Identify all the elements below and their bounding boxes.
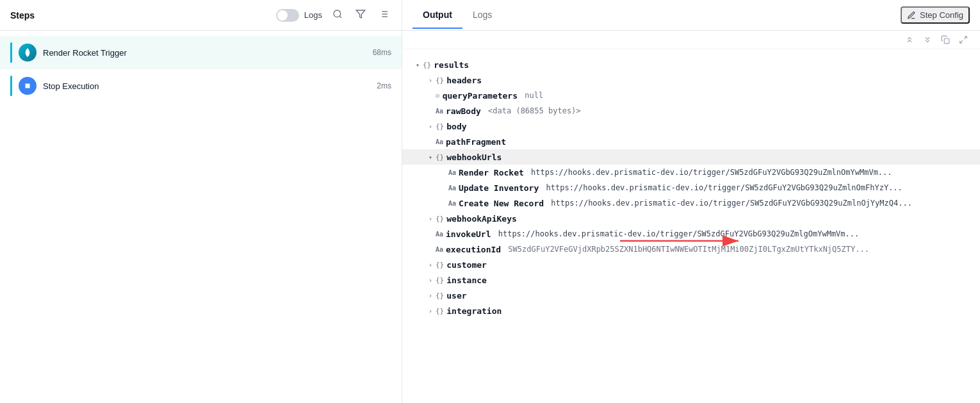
tree-value: https://hooks.dev.prismatic-dev.io/trigg… [527,168,892,177]
filter-icon[interactable] [353,6,368,24]
instance-key: instance [446,276,487,285]
svg-line-11 [960,40,963,43]
steps-list: Render Rocket Trigger 68ms Stop Executio… [0,31,402,108]
tree-key: executionId [446,245,501,254]
svg-line-10 [964,37,967,39]
copy-button[interactable] [939,33,952,46]
tree-key: invokeUrl [446,229,491,239]
obj-icon: {} [436,261,444,269]
tree-toggle[interactable]: › [425,213,436,224]
str-icon: Aa [448,200,456,207]
tree-row[interactable]: › {} instance [402,272,980,288]
step-active-indicator [10,76,12,96]
tree-value: https://hooks.dev.prismatic-dev.io/trigg… [541,183,902,192]
str-icon: Aa [448,169,456,176]
step-active-indicator [10,42,12,63]
obj-icon: {} [423,61,431,69]
obj-icon: {} [436,307,444,315]
svg-marker-1 [356,10,364,18]
output-area: ▾ {} results › {} headers › ⊘ queryParam… [402,49,980,403]
tree-toggle[interactable]: › [425,121,436,131]
tree-row[interactable]: › Aa Render Rocket https://hooks.dev.pri… [402,165,980,180]
toggle-container: Logs [276,9,322,22]
step-name: Stop Execution [43,81,370,91]
str-icon: Aa [436,246,443,253]
output-toolbar [402,31,980,49]
tree-row[interactable]: › {} customer [402,257,980,272]
right-panel: Output Logs Step Config [402,0,980,403]
json-tree: ▾ {} results › {} headers › ⊘ queryParam… [402,54,980,321]
tree-key: rawBody [446,106,481,116]
tree-key: headers [446,76,482,85]
tree-toggle[interactable]: ▾ [425,152,436,162]
tree-key: Create New Record [459,199,544,208]
svg-rect-8 [26,84,30,88]
sort-icon[interactable] [376,6,391,24]
tree-value: https://hooks.dev.prismatic-dev.io/trigg… [546,199,912,208]
str-icon: Aa [436,108,443,115]
tree-toggle[interactable]: › [425,275,436,285]
collapse-button[interactable] [903,33,916,46]
left-panel: Steps Logs [0,0,402,403]
obj-icon: {} [436,215,444,223]
tree-key: body [446,122,466,131]
tree-key: customer [446,260,487,270]
tree-key: user [446,291,466,300]
tree-toggle[interactable]: ▾ [412,60,423,70]
tree-toggle[interactable]: › [425,306,436,316]
tree-row[interactable]: › {} headers [402,72,980,88]
step-item[interactable]: Render Rocket Trigger 68ms [0,36,402,69]
tab-logs[interactable]: Logs [462,2,502,29]
obj-icon: {} [436,276,444,284]
step-time: 68ms [373,48,391,57]
expand-button[interactable] [921,33,934,46]
tree-row[interactable]: ▾ {} results [402,57,980,72]
steps-title: Steps [10,10,268,21]
tree-value: null [520,91,543,100]
header-actions: Step Config [901,6,970,24]
tree-row[interactable]: › Aa Create New Record https://hooks.dev… [402,195,980,211]
tree-row[interactable]: › Aa pathFragment [402,134,980,149]
tree-row[interactable]: › Aa Update Inventory https://hooks.dev.… [402,180,980,195]
step-config-label: Step Config [920,10,963,20]
tree-row[interactable]: › {} user [402,288,980,303]
tree-toggle[interactable]: › [425,75,436,85]
tree-row[interactable]: › ⊘ queryParameters null [402,88,980,103]
tree-row[interactable]: › {} body [402,119,980,134]
step-item[interactable]: Stop Execution 2ms [0,69,402,103]
obj-icon: {} [436,292,444,300]
svg-rect-9 [944,38,949,44]
logs-toggle-label: Logs [304,10,322,20]
red-arrow-indicator [620,231,748,252]
step-config-button[interactable]: Step Config [901,6,970,24]
tree-key: results [434,60,469,70]
tree-row[interactable]: › {} integration [402,303,980,318]
tree-row[interactable]: › Aa rawBody <data (86855 bytes)> [402,103,980,119]
tree-key: webhookUrls [446,152,502,162]
step-icon-stop [19,77,37,95]
right-header: Output Logs Step Config [402,0,980,31]
tree-key: integration [446,306,502,316]
webhook-urls-row[interactable]: ▾ {} webhookUrls [402,149,980,165]
tree-key: Update Inventory [459,183,539,193]
obj-icon: {} [436,122,444,131]
str-icon: Aa [448,185,456,192]
obj-icon: {} [436,76,444,85]
tree-toggle[interactable]: › [425,259,436,270]
search-icon[interactable] [330,6,345,24]
tree-key: Render Rocket [459,168,524,177]
tree-toggle[interactable]: › [425,290,436,300]
logs-toggle[interactable] [276,9,299,22]
tree-value: <data (86855 bytes)> [484,106,581,115]
str-icon: Aa [436,231,443,238]
tab-output[interactable]: Output [412,2,462,29]
obj-icon: {} [436,153,444,161]
tree-row[interactable]: › {} webhookApiKeys [402,211,980,226]
no-icon: ⊘ [436,92,440,100]
step-icon-rocket [19,44,37,62]
left-header: Steps Logs [0,0,402,31]
fullscreen-button[interactable] [957,33,970,46]
tree-key: queryParameters [443,91,518,101]
step-time: 2ms [377,81,391,90]
str-icon: Aa [436,138,443,145]
